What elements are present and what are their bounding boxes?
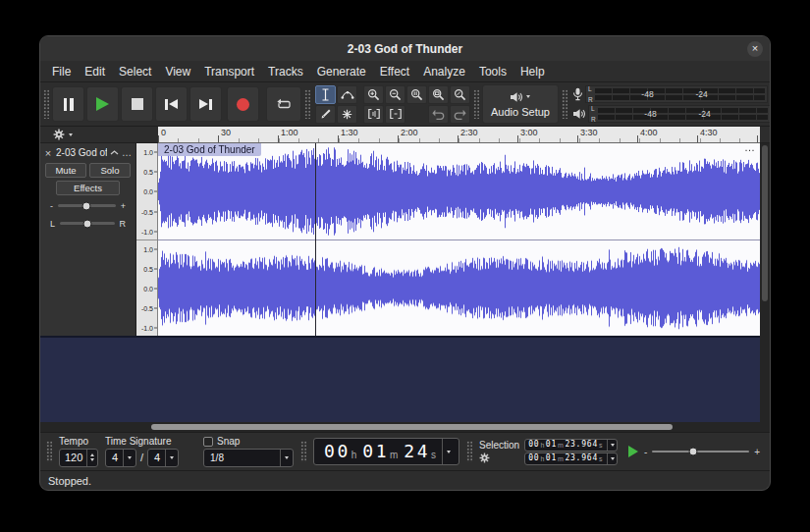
playback-meter[interactable]: L R -48 -24 <box>572 105 771 123</box>
zoom-selection-button[interactable] <box>406 85 427 104</box>
amplitude-scale-label: 0.0 <box>143 285 153 292</box>
gain-slider[interactable]: - + <box>43 198 133 213</box>
pencil-icon <box>320 108 332 120</box>
silence-audio-button[interactable] <box>385 105 405 124</box>
silence-audio-icon <box>389 108 403 120</box>
skip-to-end-button[interactable] <box>189 86 222 122</box>
titlebar[interactable]: 2-03 God of Thunder × <box>40 36 770 61</box>
menu-item-generate[interactable]: Generate <box>310 63 373 80</box>
fit-project-button[interactable] <box>428 85 449 104</box>
selection-tool-button[interactable] <box>315 85 336 104</box>
tempo-input[interactable]: 120 <box>59 449 98 467</box>
horizontal-scrollbar-thumb[interactable] <box>151 424 673 430</box>
trim-audio-button[interactable] <box>363 105 384 124</box>
waveform-channel-left[interactable] <box>158 143 760 240</box>
menu-item-analyze[interactable]: Analyze <box>416 63 472 80</box>
snap-select[interactable]: 1/8 <box>203 449 294 467</box>
horizontal-scrollbar[interactable] <box>40 422 770 432</box>
speed-slider-thumb[interactable] <box>688 448 697 456</box>
dropdown-caret-icon <box>447 451 451 453</box>
menu-item-tracks[interactable]: Tracks <box>261 63 310 80</box>
playback-cursor <box>315 143 316 336</box>
tempo-spinner[interactable] <box>86 450 97 466</box>
loop-button[interactable] <box>266 86 301 122</box>
selection-time-field[interactable]: 00h01m23.964s <box>524 452 618 465</box>
speed-slider-track[interactable] <box>652 451 749 452</box>
waveform-channel-right[interactable] <box>158 240 760 337</box>
status-text: Stopped. <box>48 475 91 487</box>
toolbar-grip[interactable] <box>466 441 472 462</box>
menu-item-help[interactable]: Help <box>513 63 552 80</box>
play-at-speed-button[interactable] <box>628 446 638 457</box>
skip-to-start-button[interactable] <box>155 86 188 122</box>
gain-slider-thumb[interactable] <box>82 201 91 210</box>
play-button[interactable] <box>86 86 119 122</box>
audio-setup-button[interactable]: Audio Setup <box>482 84 559 124</box>
pan-slider-track[interactable] <box>60 222 114 225</box>
loop-icon <box>276 98 292 111</box>
pan-slider-thumb[interactable] <box>82 219 91 228</box>
menu-item-select[interactable]: Select <box>112 63 158 80</box>
selection-time-field[interactable]: 00h01m23.964s <box>524 439 618 452</box>
vertical-scrollbar-thumb[interactable] <box>762 145 768 301</box>
track-collapse-button[interactable] <box>110 150 119 155</box>
timeline-options-button[interactable] <box>40 127 158 143</box>
time-signature-lower-select[interactable]: 4 <box>147 449 179 467</box>
window-close-button[interactable]: × <box>747 41 763 57</box>
mute-button[interactable]: Mute <box>45 163 86 178</box>
stop-button[interactable] <box>121 86 153 122</box>
waveform-canvas[interactable] <box>158 240 760 337</box>
record-button[interactable] <box>227 86 259 122</box>
toolbar-grip[interactable] <box>300 441 306 462</box>
snap-label: Snap <box>217 437 240 447</box>
play-speed-slider[interactable]: - + <box>644 447 760 457</box>
track-title-overlay[interactable]: 2-03 God of Thunder <box>158 143 261 156</box>
undo-button[interactable] <box>428 105 449 124</box>
selection-settings-button[interactable] <box>479 452 490 463</box>
menu-item-edit[interactable]: Edit <box>78 63 112 80</box>
effects-button[interactable]: Effects <box>56 181 120 195</box>
timeline-tick-label: 1:30 <box>341 128 358 137</box>
dropdown-caret-icon <box>69 133 73 136</box>
waveform-area[interactable]: 2-03 God of Thunder … <box>158 143 760 336</box>
recording-meter[interactable]: L R -48 -24 <box>572 85 771 103</box>
workspace-background: × 2-03 God of... … Mute Solo Effects - + <box>40 143 760 422</box>
menu-item-tools[interactable]: Tools <box>472 63 513 80</box>
solo-button[interactable]: Solo <box>89 163 131 178</box>
track-name[interactable]: 2-03 God of... <box>56 147 107 158</box>
pan-slider[interactable]: L R <box>43 216 133 231</box>
zoom-toggle-button[interactable] <box>450 85 470 104</box>
play-icon <box>96 97 109 111</box>
vertical-scrollbar[interactable] <box>760 143 770 422</box>
menu-item-effect[interactable]: Effect <box>373 63 416 80</box>
track-overflow-button[interactable]: … <box>744 141 756 153</box>
track-close-button[interactable]: × <box>43 147 53 159</box>
menu-item-view[interactable]: View <box>158 63 197 80</box>
audio-position-display[interactable]: 00h01m24s <box>313 438 459 465</box>
envelope-tool-button[interactable] <box>337 85 357 104</box>
track-menu-button[interactable]: … <box>122 149 133 157</box>
zoom-out-button[interactable] <box>385 85 405 104</box>
tempo-value: 120 <box>65 452 82 463</box>
toolbar-grip[interactable] <box>43 89 49 119</box>
snap-checkbox[interactable] <box>203 437 213 447</box>
speed-min-label: - <box>644 447 647 457</box>
draw-tool-button[interactable] <box>315 105 336 124</box>
pan-right-label: R <box>120 219 127 229</box>
toolbar-grip[interactable] <box>46 441 52 462</box>
gain-slider-track[interactable] <box>58 204 116 207</box>
multi-tool-button[interactable] <box>337 105 357 124</box>
menu-item-file[interactable]: File <box>45 63 78 80</box>
toolbar-grip[interactable] <box>304 89 310 119</box>
pause-button[interactable] <box>52 86 84 122</box>
speaker-icon <box>572 108 586 120</box>
redo-button[interactable] <box>450 105 470 124</box>
timeline-ruler[interactable]: 0301:001:302:002:303:003:304:004:305:00 <box>158 127 760 143</box>
zoom-in-button[interactable] <box>363 85 384 104</box>
toolbar-grip[interactable] <box>473 89 479 119</box>
menu-item-transport[interactable]: Transport <box>197 63 261 80</box>
vertical-scale-ruler[interactable]: 1.00.50.0-0.5-1.0 1.00.50.0-0.5-1.0 <box>136 143 158 336</box>
toolbar-grip[interactable] <box>562 89 567 119</box>
waveform-canvas[interactable] <box>158 143 760 239</box>
time-signature-upper-select[interactable]: 4 <box>105 449 136 467</box>
